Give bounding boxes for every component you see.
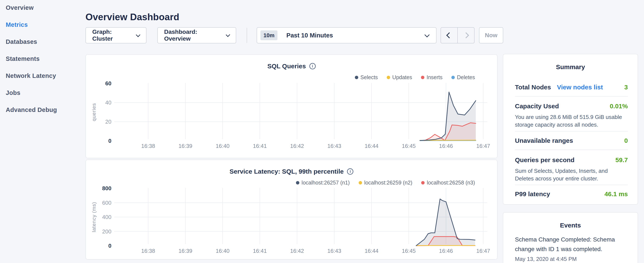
legend-dot-icon bbox=[296, 181, 299, 184]
service-latency-panel: Service Latency: SQL, 99th percentile i … bbox=[86, 160, 498, 259]
legend-item-localhost-26257-n1: localhost:26257 (n1) bbox=[296, 180, 350, 186]
summary-divider bbox=[515, 150, 628, 150]
chart-legend: SelectsUpdatesInsertsDeletes bbox=[355, 74, 475, 80]
time-step-buttons bbox=[440, 27, 474, 43]
x-tick-label: 16:47 bbox=[476, 143, 490, 149]
legend-dot-icon bbox=[451, 76, 455, 79]
legend-label: localhost:26257 (n1) bbox=[302, 180, 350, 186]
y-axis-label: queries bbox=[91, 103, 97, 121]
graph-dropdown-label: Graph: Cluster bbox=[92, 29, 132, 42]
sidebar-item-overview[interactable]: Overview bbox=[0, 4, 85, 21]
summary-row-label: Capacity Used bbox=[515, 103, 559, 110]
summary-row-p99-latency: P99 latency46.1 ms bbox=[515, 190, 628, 198]
sql-queries-chart[interactable]: 020406016:3816:3916:4016:4116:4216:4316:… bbox=[86, 55, 497, 158]
x-tick-label: 16:46 bbox=[439, 143, 453, 149]
sidebar-item-databases[interactable]: Databases bbox=[0, 38, 85, 55]
info-icon[interactable]: i bbox=[347, 168, 353, 175]
summary-row-value: 0.01% bbox=[610, 103, 628, 110]
event-item: Schema Change Completed: Schema change w… bbox=[515, 235, 616, 262]
x-tick-label: 16:39 bbox=[178, 248, 192, 254]
summary-row-value: 0 bbox=[624, 137, 628, 144]
y-tick-label: 20 bbox=[105, 119, 112, 125]
summary-row-label: P99 latency bbox=[515, 190, 550, 197]
legend-dot-icon bbox=[359, 181, 362, 184]
events-panel: Events Schema Change Completed: Schema c… bbox=[503, 212, 638, 263]
time-next-button[interactable] bbox=[458, 28, 474, 43]
summary-row-label: Unavailable ranges bbox=[515, 137, 573, 144]
legend-label: localhost:26258 (n3) bbox=[427, 180, 475, 186]
y-tick-label: 60 bbox=[105, 80, 112, 87]
x-tick-label: 16:42 bbox=[290, 248, 304, 254]
y-axis-label: latency (ms) bbox=[91, 202, 97, 232]
sidebar-item-advanced-debug[interactable]: Advanced Debug bbox=[0, 106, 85, 123]
legend-label: Selects bbox=[360, 74, 378, 80]
sidebar-item-network-latency[interactable]: Network Latency bbox=[0, 72, 85, 89]
x-tick-label: 16:42 bbox=[290, 143, 304, 149]
legend-dot-icon bbox=[355, 76, 358, 79]
summary-row-value: 3 bbox=[624, 84, 628, 91]
summary-row-capacity-used: Capacity Used0.01%You are using 28.6 MiB… bbox=[515, 103, 628, 129]
sidebar-item-statements[interactable]: Statements bbox=[0, 55, 85, 72]
chart-title-row: SQL Queries i bbox=[86, 63, 497, 70]
x-tick-label: 16:47 bbox=[476, 248, 490, 254]
sql-queries-panel: SQL Queries i SelectsUpdatesInsertsDelet… bbox=[86, 54, 498, 158]
summary-divider bbox=[515, 131, 628, 132]
dashboard-dropdown-label: Dashboard: Overview bbox=[164, 29, 222, 42]
x-tick-label: 16:41 bbox=[253, 143, 267, 149]
summary-row-label: Queries per second bbox=[515, 156, 574, 163]
x-tick-label: 16:44 bbox=[365, 248, 378, 254]
now-button[interactable]: Now bbox=[479, 27, 503, 43]
x-tick-label: 16:40 bbox=[216, 143, 230, 149]
x-tick-label: 16:40 bbox=[216, 248, 230, 254]
sidebar: OverviewMetricsDatabasesStatementsNetwor… bbox=[0, 4, 85, 123]
info-icon[interactable]: i bbox=[309, 63, 316, 69]
event-timestamp: May 13, 2020 at 4:45 PM bbox=[515, 256, 616, 262]
sidebar-list: OverviewMetricsDatabasesStatementsNetwor… bbox=[0, 4, 85, 123]
y-tick-label: 0 bbox=[108, 138, 112, 144]
y-tick-label: 400 bbox=[102, 214, 112, 220]
summary-row-total-nodes: Total NodesView nodes list3 bbox=[515, 84, 628, 91]
sidebar-item-metrics[interactable]: Metrics bbox=[0, 21, 85, 38]
summary-row-unavailable-ranges: Unavailable ranges0 bbox=[515, 137, 628, 144]
sidebar-item-jobs[interactable]: Jobs bbox=[0, 89, 85, 106]
summary-row-value: 59.7 bbox=[616, 156, 628, 164]
chevron-left-icon bbox=[446, 32, 452, 38]
legend-item-deletes: Deletes bbox=[451, 74, 475, 80]
y-tick-label: 0 bbox=[108, 242, 112, 249]
legend-item-localhost-26259-n2: localhost:26259 (n2) bbox=[359, 180, 412, 186]
x-tick-label: 16:43 bbox=[328, 248, 341, 254]
x-tick-label: 16:46 bbox=[439, 248, 453, 254]
summary-divider bbox=[515, 185, 628, 185]
legend-item-updates: Updates bbox=[387, 74, 412, 80]
chevron-down-icon bbox=[424, 32, 430, 37]
chart-title-row: Service Latency: SQL, 99th percentile i bbox=[86, 168, 497, 175]
legend-label: Updates bbox=[392, 74, 412, 80]
time-range-picker[interactable]: 10m Past 10 Minutes bbox=[256, 27, 436, 43]
legend-label: Inserts bbox=[426, 74, 442, 80]
legend-label: localhost:26259 (n2) bbox=[364, 180, 412, 186]
graph-dropdown[interactable]: Graph: Cluster bbox=[86, 27, 146, 43]
events-title: Events bbox=[503, 222, 638, 229]
time-prev-button[interactable] bbox=[441, 28, 458, 43]
legend-dot-icon bbox=[421, 76, 424, 79]
x-tick-label: 16:43 bbox=[328, 143, 341, 149]
x-tick-label: 16:45 bbox=[402, 248, 416, 254]
chart-legend: localhost:26257 (n1)localhost:26259 (n2)… bbox=[296, 180, 475, 186]
x-tick-label: 16:45 bbox=[402, 143, 416, 149]
view-nodes-list-link[interactable]: View nodes list bbox=[557, 84, 603, 91]
x-tick-label: 16:41 bbox=[253, 248, 267, 254]
chart-title: Service Latency: SQL, 99th percentile bbox=[230, 168, 344, 175]
legend-dot-icon bbox=[421, 181, 424, 184]
summary-row-subtext: You are using 28.6 MiB of 515.9 GiB usab… bbox=[515, 113, 628, 129]
summary-title: Summary bbox=[503, 63, 638, 71]
x-tick-label: 16:44 bbox=[365, 143, 378, 149]
y-tick-label: 800 bbox=[102, 185, 112, 191]
x-tick-label: 16:38 bbox=[141, 143, 155, 149]
chart-title: SQL Queries bbox=[267, 63, 306, 70]
legend-dot-icon bbox=[387, 76, 390, 79]
chevron-down-icon bbox=[136, 33, 140, 37]
y-tick-label: 200 bbox=[102, 228, 112, 235]
dashboard-dropdown[interactable]: Dashboard: Overview bbox=[157, 27, 236, 43]
y-tick-label: 600 bbox=[102, 200, 112, 206]
x-tick-label: 16:38 bbox=[141, 248, 155, 254]
